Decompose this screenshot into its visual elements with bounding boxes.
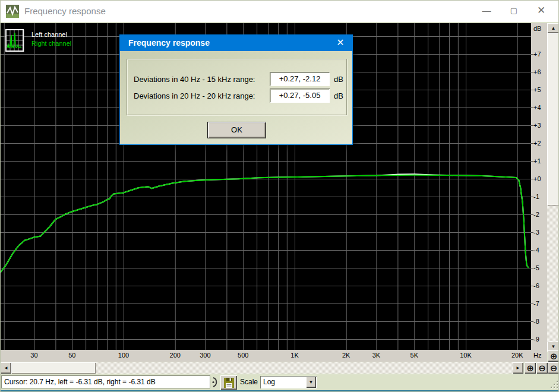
zoom-in-icon: ⊕ xyxy=(526,363,534,374)
window-title: Frequency response xyxy=(24,6,106,16)
x-axis-unit: Hz xyxy=(533,352,541,359)
y-axis-label: +2 xyxy=(533,140,541,147)
close-button[interactable]: ✕ xyxy=(528,1,555,22)
scale-label: Scale xyxy=(240,378,258,386)
deviation-row-label: Deviations in 40 Hz - 15 kHz range: xyxy=(134,75,255,84)
deviation-row-unit: dB xyxy=(334,75,343,84)
cursor-readout: Cursor: 20.7 Hz, left = -6.31 dB, right … xyxy=(1,375,210,388)
dropdown-button[interactable]: ▼ xyxy=(306,377,316,388)
horizontal-scroll-track[interactable] xyxy=(96,362,513,374)
scale-selected-value: Log xyxy=(263,378,275,386)
y-zoom-out-button[interactable]: ⊖ xyxy=(548,362,559,374)
y-axis-label: +7 xyxy=(533,50,541,58)
x-axis-label: 2K xyxy=(342,352,350,359)
x-axis-label: 300 xyxy=(200,352,210,359)
y-axis-label: -9 xyxy=(533,336,539,343)
vertical-scroll-track[interactable] xyxy=(547,206,559,342)
y-axis-label: +1 xyxy=(533,157,541,165)
y-axis-label: -2 xyxy=(533,211,539,218)
chevron-down-icon: ▼ xyxy=(309,380,314,385)
horizontal-scrollbar[interactable]: ◄ ► xyxy=(1,362,523,374)
y-axis-strip: dB +7+6+5+4+3+2+1+0-1-2-3-4-5-6-7-8-9 Hz xyxy=(531,23,547,362)
legend-right-channel: Right channel xyxy=(31,39,71,48)
x-axis-label: 50 xyxy=(68,352,75,359)
scroll-left-icon: ◄ xyxy=(4,366,8,371)
zoom-out-icon: ⊖ xyxy=(550,363,558,374)
y-axis-label: -8 xyxy=(533,318,539,325)
app-icon xyxy=(6,5,19,18)
x-axis-label: 200 xyxy=(170,352,181,359)
dialog-title: Frequency response xyxy=(128,38,210,48)
y-axis-label: -1 xyxy=(533,193,539,200)
chart-legend: Left channel Right channel xyxy=(5,29,71,52)
y-axis-label: +0 xyxy=(533,175,541,182)
zoom-out-icon: ⊖ xyxy=(538,363,546,374)
x-axis-strip: 30501002003005001K2K3K5K10K20K xyxy=(1,350,531,362)
app-window: Frequency response — ▢ ✕ Left channel Ri… xyxy=(0,0,559,392)
y-axis-label: -7 xyxy=(533,300,539,307)
y-axis-unit: dB xyxy=(533,25,541,32)
x-zoom-out-button[interactable]: ⊖ xyxy=(536,362,548,374)
deviations-group-box: Deviations in 40 Hz - 15 kHz range: +0.2… xyxy=(127,59,347,115)
x-axis-label: 20K xyxy=(511,352,523,359)
status-bar: Cursor: 20.7 Hz, left = -6.31 dB, right … xyxy=(1,375,559,390)
scroll-up-icon: ▲ xyxy=(551,26,556,31)
minimize-button[interactable]: — xyxy=(473,1,500,22)
speaker-icon xyxy=(211,377,219,388)
x-axis-label: 1K xyxy=(290,352,298,359)
y-axis-label: +3 xyxy=(533,122,541,129)
y-axis-label: -5 xyxy=(533,264,539,271)
y-zoom-in-button[interactable]: ⊕ xyxy=(548,350,559,362)
scroll-left-button[interactable]: ◄ xyxy=(1,362,11,374)
legend-left-channel: Left channel xyxy=(31,30,71,39)
y-axis-label: -4 xyxy=(533,246,539,254)
scroll-right-icon: ► xyxy=(516,366,520,371)
y-axis-label: +4 xyxy=(533,104,541,111)
vertical-scroll-thumb[interactable] xyxy=(547,33,559,206)
x-axis-label: 3K xyxy=(372,352,380,359)
deviation-row-label: Deviations in 20 Hz - 20 kHz range: xyxy=(134,91,255,100)
vertical-scrollbar[interactable]: ▲ ▼ xyxy=(547,23,559,352)
y-axis-label: -3 xyxy=(533,229,539,236)
scroll-up-button[interactable]: ▲ xyxy=(547,23,559,33)
x-axis-label: 100 xyxy=(118,352,129,359)
x-axis-label: 500 xyxy=(238,352,248,359)
scroll-down-icon: ▼ xyxy=(551,344,556,349)
maximize-button[interactable]: ▢ xyxy=(500,1,528,22)
spectrum-icon xyxy=(5,29,24,52)
y-axis-label: -6 xyxy=(533,282,539,289)
deviation-row-value[interactable]: +0.27, -2.12 xyxy=(270,72,330,86)
horizontal-scroll-thumb[interactable] xyxy=(11,362,96,374)
frequency-response-dialog: Frequency response ✕ Deviations in 40 Hz… xyxy=(119,34,353,145)
scale-dropdown[interactable]: Log ▼ xyxy=(260,376,317,388)
y-axis-label: +6 xyxy=(533,68,541,75)
deviation-row-unit: dB xyxy=(334,91,343,100)
resize-grip[interactable] xyxy=(549,380,558,388)
floppy-disk-icon xyxy=(224,378,234,388)
y-axis-label: +5 xyxy=(533,86,541,93)
ok-button[interactable]: OK xyxy=(207,122,266,138)
title-bar: Frequency response — ▢ ✕ xyxy=(1,1,559,22)
x-zoom-in-button[interactable]: ⊕ xyxy=(525,362,536,374)
dialog-close-button[interactable]: ✕ xyxy=(329,35,352,51)
zoom-in-icon: ⊕ xyxy=(550,351,558,362)
x-axis-label: 5K xyxy=(410,352,418,359)
scroll-right-button[interactable]: ► xyxy=(513,362,523,374)
x-axis-label: 10K xyxy=(460,352,472,359)
deviation-row-value[interactable]: +0.27, -5.05 xyxy=(270,88,330,103)
x-axis-label: 30 xyxy=(30,352,37,359)
save-button[interactable] xyxy=(220,375,237,390)
dialog-title-bar[interactable]: Frequency response xyxy=(120,35,352,51)
